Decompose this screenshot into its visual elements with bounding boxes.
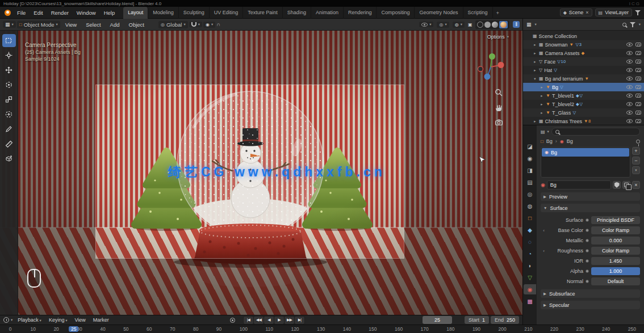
transport-button[interactable]: ▶: [274, 317, 284, 324]
outliner-row-bg[interactable]: ▸ ▼ Bg ▽: [523, 83, 644, 91]
unlink-scene-icon[interactable]: ×: [586, 10, 588, 15]
options-dropdown[interactable]: Options▾: [487, 34, 509, 40]
viewport-3d[interactable]: Camera Perspective (25) Camera Assets | …: [0, 31, 522, 315]
camera-icon[interactable]: [635, 68, 641, 72]
timeline-menu-item[interactable]: Keying: [45, 317, 71, 323]
expand-arrow-icon[interactable]: ▸: [533, 68, 537, 73]
add-workspace-button[interactable]: +: [493, 10, 503, 16]
expand-arrow-icon[interactable]: ▸: [533, 119, 537, 124]
eye-icon[interactable]: [626, 60, 633, 64]
snap-toggle[interactable]: ▾: [189, 22, 202, 27]
viewlayer-selector[interactable]: ▤ ViewLayer: [595, 9, 632, 16]
add-slot-button[interactable]: +: [632, 147, 640, 155]
base-color-node-button[interactable]: Color Ramp: [591, 226, 640, 234]
tool-add-cube[interactable]: [2, 152, 16, 165]
workspace-tab[interactable]: Rendering: [344, 7, 377, 19]
tool-rotate[interactable]: [2, 78, 16, 91]
expand-arrow-icon[interactable]: ▸: [533, 60, 537, 64]
camera-view-icon[interactable]: [495, 118, 503, 127]
camera-icon[interactable]: [635, 51, 641, 55]
auto-keying-button[interactable]: [230, 318, 235, 323]
outliner-row-scene-collection[interactable]: ▦ Scene Collection: [523, 32, 644, 40]
outliner-row-t-blevel1[interactable]: ▸ ▼ T_blevel1 ◆▽: [523, 91, 644, 100]
playhead[interactable]: 25: [69, 326, 78, 333]
eye-icon[interactable]: [626, 43, 633, 47]
eye-icon[interactable]: [626, 111, 633, 115]
filter-funnel-icon[interactable]: [635, 10, 641, 15]
scene-selector[interactable]: ◆ Scene ×: [560, 9, 592, 16]
camera-icon[interactable]: [635, 43, 641, 47]
pin-icon[interactable]: [636, 140, 640, 144]
section-surface[interactable]: ▼ Surface: [541, 204, 640, 212]
normal-menu[interactable]: Default: [591, 277, 640, 285]
material-slot-selected[interactable]: ◉ Bg: [542, 148, 629, 157]
workspace-tab[interactable]: Texture Paint: [243, 7, 283, 19]
tool-measure[interactable]: [2, 137, 16, 150]
falloff-curve-icon[interactable]: ∩: [216, 22, 220, 27]
camera-icon[interactable]: [635, 94, 641, 98]
workspace-tab[interactable]: Animation: [311, 7, 344, 19]
menu-item[interactable]: Help: [100, 9, 119, 17]
tab-tool-icon[interactable]: ◪: [524, 141, 536, 151]
tab-render-icon[interactable]: ◉: [524, 153, 536, 163]
outliner-row-christmas-trees[interactable]: ▸ ▦ Christmas Trees ▼8: [523, 117, 644, 125]
expand-arrow-icon[interactable]: ▸: [540, 102, 544, 107]
transport-button[interactable]: ▶▶: [285, 317, 294, 324]
section-subsurface[interactable]: ▶ Subsurface: [541, 289, 640, 298]
viewport-menu-item[interactable]: Select: [82, 20, 104, 29]
outliner-search-icon[interactable]: [622, 23, 626, 27]
tool-scale[interactable]: [2, 93, 16, 106]
unlink-material-button[interactable]: ×: [632, 181, 640, 189]
tab-viewlayer-icon[interactable]: ▤: [524, 177, 536, 187]
alpha-slider[interactable]: 1.000: [591, 267, 640, 275]
workspace-tab[interactable]: UV Editing: [210, 7, 244, 19]
tab-modifiers-icon[interactable]: ◆: [524, 225, 536, 235]
zoom-icon[interactable]: [495, 88, 503, 97]
outliner-filter-icon[interactable]: [630, 22, 635, 27]
camera-icon[interactable]: [635, 119, 641, 123]
tab-material-icon[interactable]: ◉: [524, 284, 536, 294]
tab-constraints-icon[interactable]: ◗: [524, 260, 536, 271]
surface-shader-menu[interactable]: Principled BSDF: [591, 216, 640, 224]
menu-item[interactable]: Render: [47, 9, 73, 17]
outliner-row-t-glass[interactable]: ▸ ▼ T_Glass ▽: [523, 108, 644, 117]
workspace-tab[interactable]: Layout: [123, 7, 148, 19]
properties-editor-icon[interactable]: ▤: [541, 129, 545, 134]
timeline-menu-item[interactable]: Marker: [90, 317, 112, 323]
breadcrumb-material[interactable]: Bg: [567, 138, 573, 144]
timeline-menu-item[interactable]: Playback: [14, 317, 45, 323]
tab-world-icon[interactable]: ◍: [524, 201, 536, 211]
outliner-editor-icon[interactable]: ▦: [526, 22, 532, 27]
eye-icon[interactable]: [626, 94, 633, 98]
viewport-menu-item[interactable]: Add: [106, 20, 124, 29]
transport-button[interactable]: |◀: [244, 317, 253, 324]
visibility-dropdown[interactable]: ▾: [419, 22, 433, 27]
roughness-node-button[interactable]: Color Ramp: [591, 247, 640, 255]
metallic-slider[interactable]: 0.000: [591, 237, 640, 245]
tool-cursor[interactable]: [2, 49, 16, 62]
timeline-editor-icon[interactable]: [3, 317, 9, 323]
eye-icon[interactable]: [626, 68, 633, 72]
eye-icon[interactable]: [626, 119, 633, 123]
workspace-tab[interactable]: Scripting: [463, 7, 493, 19]
expand-arrow-icon[interactable]: ▸: [540, 85, 544, 90]
timeline-ruler[interactable]: 0102030405060708090100110120130140150160…: [0, 324, 644, 333]
tool-annotate[interactable]: [2, 123, 16, 136]
transport-button[interactable]: ▶|: [295, 317, 304, 324]
expand-arrow-icon[interactable]: ▸: [540, 111, 544, 115]
editor-type-selector[interactable]: ▦▾: [3, 21, 16, 28]
workspace-tab[interactable]: Shading: [283, 7, 311, 19]
workspace-tab[interactable]: Geometry Nodes: [415, 7, 463, 19]
expand-arrow-icon[interactable]: ▸: [533, 43, 537, 47]
slot-specials-button[interactable]: ▾: [632, 166, 640, 174]
outliner-row-camera-assets[interactable]: ▸ ▦ Camera Assets ◆: [523, 49, 644, 57]
tab-scene-icon[interactable]: ◎: [524, 189, 536, 199]
tool-select-box[interactable]: [2, 34, 16, 47]
frame-start-field[interactable]: Start1: [465, 316, 489, 324]
pause-render-button[interactable]: ‖: [513, 21, 520, 28]
timeline-menu-item[interactable]: View: [71, 317, 89, 323]
tab-texture-icon[interactable]: ▩: [524, 296, 536, 306]
collapse-arrow-icon[interactable]: ▾: [533, 77, 537, 81]
workspace-tab[interactable]: Modeling: [148, 7, 179, 19]
section-specular[interactable]: ▶ Specular: [541, 301, 640, 309]
